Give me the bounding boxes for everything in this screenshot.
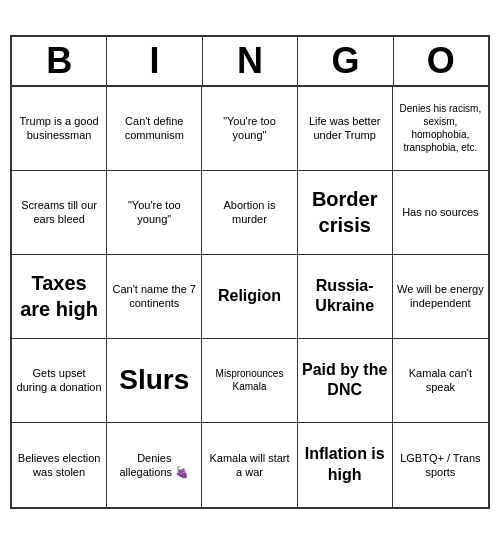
header-letter-g: G — [298, 37, 393, 85]
bingo-cell-0: Trump is a good businessman — [12, 87, 107, 171]
bingo-cell-12: Religion — [202, 255, 297, 339]
bingo-cell-23: Inflation is high — [298, 423, 393, 507]
bingo-cell-16: Slurs — [107, 339, 202, 423]
bingo-cell-20: Believes election was stolen — [12, 423, 107, 507]
header-letter-b: B — [12, 37, 107, 85]
bingo-cell-14: We will be energy independent — [393, 255, 488, 339]
bingo-cell-22: Kamala will start a war — [202, 423, 297, 507]
bingo-cell-19: Kamala can't speak — [393, 339, 488, 423]
bingo-cell-4: Denies his racism, sexism, homophobia, t… — [393, 87, 488, 171]
bingo-grid: Trump is a good businessmanCan't define … — [12, 87, 488, 507]
bingo-card: BINGO Trump is a good businessmanCan't d… — [10, 35, 490, 509]
bingo-cell-24: LGBTQ+ / Trans sports — [393, 423, 488, 507]
header-letter-i: I — [107, 37, 202, 85]
bingo-cell-9: Has no sources — [393, 171, 488, 255]
bingo-cell-2: "You're too young" — [202, 87, 297, 171]
bingo-cell-17: Mispronounces Kamala — [202, 339, 297, 423]
bingo-cell-15: Gets upset during a donation — [12, 339, 107, 423]
bingo-cell-11: Can't name the 7 continents — [107, 255, 202, 339]
bingo-cell-5: Screams till our ears bleed — [12, 171, 107, 255]
bingo-cell-6: "You're too young" — [107, 171, 202, 255]
bingo-cell-8: Border crisis — [298, 171, 393, 255]
bingo-cell-18: Paid by the DNC — [298, 339, 393, 423]
bingo-cell-3: Life was better under Trump — [298, 87, 393, 171]
bingo-cell-1: Can't define communism — [107, 87, 202, 171]
bingo-cell-21: Denies allegations 🍇 — [107, 423, 202, 507]
header-letter-n: N — [203, 37, 298, 85]
header-letter-o: O — [394, 37, 488, 85]
bingo-cell-10: Taxes are high — [12, 255, 107, 339]
bingo-cell-13: Russia-Ukraine — [298, 255, 393, 339]
bingo-cell-7: Abortion is murder — [202, 171, 297, 255]
bingo-header: BINGO — [12, 37, 488, 87]
